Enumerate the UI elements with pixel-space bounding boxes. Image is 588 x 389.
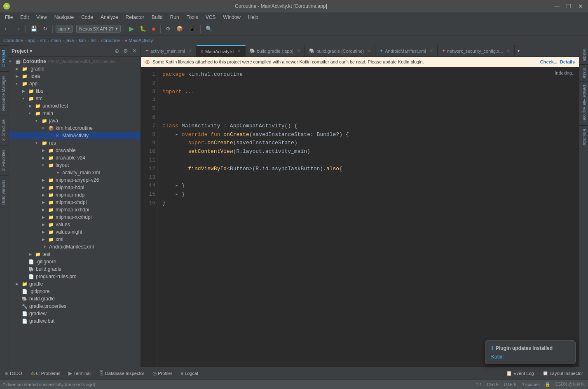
tab-close-gradle-cor[interactable]: ✕ — [367, 48, 371, 54]
plugin-kotlin-link[interactable]: Kotlin — [491, 354, 504, 360]
encoding[interactable]: UTF-8 — [504, 382, 517, 387]
menu-vcs[interactable]: VCS — [202, 14, 219, 21]
tree-item-src[interactable]: ▾ 📁 src — [9, 95, 141, 102]
device-selector[interactable]: Nexus 5X API 27 ▾ — [76, 25, 120, 33]
tab-activity-main-xml[interactable]: ✦ activity_main.xml ✕ — [141, 45, 197, 57]
breadcrumb-coroutine-pkg[interactable]: coroutine — [101, 38, 120, 43]
menu-edit[interactable]: Edit — [17, 14, 32, 21]
bottom-tab-todo[interactable]: ≡ TODO — [2, 370, 25, 377]
gradle-sync-btn[interactable]: ⚙ — [164, 24, 173, 33]
tree-item-androidtest[interactable]: ▶ 📁 androidTest — [9, 102, 141, 110]
bottom-tab-logcat[interactable]: ≡ Logcat — [178, 370, 201, 377]
tree-item-java[interactable]: ▾ 📁 java — [9, 117, 141, 124]
tree-item-gradlew[interactable]: ▶ 📄 gradlew — [9, 310, 141, 317]
toolbar-sync-btn[interactable]: ↻ — [41, 24, 49, 33]
close-button[interactable]: ✕ — [576, 3, 585, 9]
notification-check-btn[interactable]: Check... — [540, 59, 558, 64]
side-tab-make[interactable]: make — [579, 65, 588, 82]
tree-item-buildgradle-app[interactable]: ▶ 🐘 build.gradle — [9, 265, 141, 273]
tree-item-gradle-properties[interactable]: ▶ 🔧 gradle.properties — [9, 302, 141, 310]
tab-mainactivity-kt[interactable]: K MainActivity.kt ✕ — [197, 45, 246, 57]
tree-item-mipmap-xxxhdpi[interactable]: ▶ 📁 mipmap-xxxhdpi — [9, 213, 141, 221]
stop-button[interactable]: ■ — [150, 24, 157, 33]
menu-view[interactable]: View — [33, 14, 50, 21]
tree-item-package[interactable]: ▾ 📦 kim.hsl.coroutine — [9, 124, 141, 132]
toolbar-forward-btn[interactable]: → — [13, 24, 22, 33]
breadcrumb-hsl[interactable]: hsl — [91, 38, 96, 43]
menu-file[interactable]: File — [2, 14, 16, 21]
tree-item-gradlew-bat[interactable]: ▶ 📄 gradlew.bat — [9, 317, 141, 325]
debug-button[interactable]: 🐛 — [138, 24, 148, 33]
tab-close-kt[interactable]: ✕ — [237, 49, 241, 54]
tree-item-libs[interactable]: ▶ 📁 libs — [9, 87, 141, 95]
tree-item-idea[interactable]: ▶ 📁 .idea — [9, 73, 141, 80]
avd-manager-btn[interactable]: 📱 — [187, 24, 197, 33]
tab-buildgradle-coroutine[interactable]: 🐘 build.gradle (Coroutine) ✕ — [305, 45, 375, 57]
project-settings-btn[interactable]: ⚙ — [122, 47, 129, 54]
menu-build[interactable]: Build — [148, 14, 166, 21]
tree-item-mipmap-anydpi[interactable]: ▶ 📁 mipmap-anydpi-v26 — [9, 176, 141, 184]
breadcrumb-coroutine[interactable]: Coroutine — [3, 38, 23, 43]
menu-window[interactable]: Window — [220, 14, 244, 21]
menu-analyze[interactable]: Analyze — [97, 14, 122, 21]
minimize-button[interactable]: — — [552, 3, 561, 9]
tab-network-security[interactable]: ✦ network_security_config.x... ✕ — [438, 45, 515, 57]
breadcrumb-main[interactable]: main — [51, 38, 61, 43]
tree-item-androidmanifest[interactable]: ▶ ✦ AndroidManifest.xml — [9, 243, 141, 251]
tree-item-test[interactable]: ▶ 📁 test — [9, 251, 141, 258]
side-tab-device-file-explorer[interactable]: Device File Explorer — [579, 82, 588, 125]
side-tab-resource-manager[interactable]: Resource Manager — [0, 71, 9, 115]
bottom-tab-terminal[interactable]: ▶ Terminal — [66, 370, 93, 377]
toolbar-save-btn[interactable]: 💾 — [28, 24, 39, 33]
tab-close-network[interactable]: ✕ — [506, 48, 510, 54]
tree-item-values[interactable]: ▶ 📁 values — [9, 221, 141, 228]
breadcrumb-mainactivity[interactable]: MainActivity — [129, 38, 153, 43]
tree-item-drawable-v24[interactable]: ▶ 📁 drawable-v24 — [9, 154, 141, 162]
breadcrumb-app[interactable]: app — [28, 38, 35, 43]
code-content[interactable]: package kim.hsl.coroutine import ... cla… — [157, 67, 579, 367]
bottom-tab-database-inspector[interactable]: 🗄 Database Inspector — [96, 370, 147, 377]
search-everywhere-btn[interactable]: 🔍 — [204, 24, 214, 33]
tree-item-mainactivity[interactable]: ▶ K MainActivity — [9, 132, 141, 139]
tree-item-gitignore-app[interactable]: ▶ 📄 .gitignore — [9, 258, 141, 265]
menu-refactor[interactable]: Refactor — [122, 14, 148, 21]
tree-item-gradle-hidden[interactable]: ▶ 📁 .gradle — [9, 65, 141, 73]
side-tab-favorites[interactable]: 2: Favorites — [0, 145, 9, 175]
side-tab-build-variants[interactable]: Build Variants — [0, 175, 9, 209]
breadcrumb-kim[interactable]: kim — [79, 38, 86, 43]
window-controls[interactable]: — ❐ ✕ — [552, 3, 585, 9]
app-selector[interactable]: app ▾ — [56, 25, 73, 33]
tab-androidmanifest[interactable]: ✦ AndroidManifest.xml ✕ — [375, 45, 438, 57]
menu-help[interactable]: Help — [245, 14, 262, 21]
menu-code[interactable]: Code — [78, 14, 96, 21]
project-scope-btn[interactable]: ⊕ — [113, 47, 120, 54]
side-tab-gradle[interactable]: Gradle — [579, 45, 588, 65]
menu-navigate[interactable]: Navigate — [51, 14, 77, 21]
tree-item-main[interactable]: ▾ 📁 main — [9, 110, 141, 117]
tree-item-mipmap-xhdpi[interactable]: ▶ 📁 mipmap-xhdpi — [9, 199, 141, 206]
side-tab-project[interactable]: 1: Project — [0, 45, 9, 71]
tree-item-mipmap-hdpi[interactable]: ▶ 📁 mipmap-hdpi — [9, 184, 141, 191]
bottom-tab-problems[interactable]: ⚠ 6: Problems — [28, 370, 63, 377]
tree-item-values-night[interactable]: ▶ 📁 values-night — [9, 228, 141, 236]
cursor-position[interactable]: 1:1 — [476, 382, 482, 387]
tree-item-gitignore-root[interactable]: ▶ 📄 .gitignore — [9, 288, 141, 295]
tree-item-xml-folder[interactable]: ▶ 📁 xml — [9, 236, 141, 243]
tree-item-buildgradle-root[interactable]: ▶ 🐘 build.gradle — [9, 295, 141, 302]
line-ending[interactable]: CRLF — [487, 382, 499, 387]
breadcrumb-java[interactable]: java — [66, 38, 74, 43]
side-tab-emulator[interactable]: Emulator — [579, 126, 588, 149]
code-editor[interactable]: 1 2 3 4 5 6 7 8 9 10 11 12 13 14 15 16 p… — [141, 67, 579, 367]
indent[interactable]: 4 spaces — [522, 382, 540, 387]
tab-close-gradle-app[interactable]: ✕ — [297, 48, 300, 54]
project-close-btn[interactable]: ✕ — [131, 47, 138, 54]
sdk-manager-btn[interactable]: 📦 — [174, 24, 185, 33]
tree-item-mipmap-xxhdpi[interactable]: ▶ 📁 mipmap-xxhdpi — [9, 206, 141, 213]
bottom-tab-layout-inspector[interactable]: 🔲 Layout Inspector — [540, 370, 586, 377]
tab-close-xml[interactable]: ✕ — [188, 48, 192, 54]
tree-item-drawable[interactable]: ▶ 📁 drawable — [9, 147, 141, 154]
notification-details-btn[interactable]: Details — [560, 59, 575, 64]
tab-close-manifest[interactable]: ✕ — [429, 48, 433, 54]
tree-item-app[interactable]: ▾ 📁 app — [9, 80, 141, 87]
tree-root[interactable]: ▾ 🤖 Coroutine Y:\002_WorkSpace\001_AS\Co… — [9, 58, 141, 65]
